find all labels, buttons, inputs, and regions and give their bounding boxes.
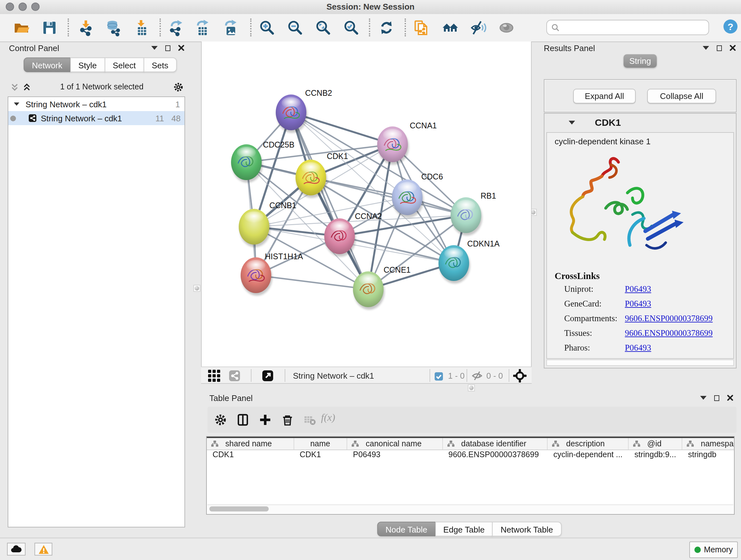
float-panel-icon[interactable] <box>165 45 171 51</box>
function-builder-icon[interactable]: f(x) <box>321 412 335 423</box>
hide-graphics-details-button[interactable] <box>470 19 487 37</box>
results-horizontal-scrollbar[interactable] <box>546 360 734 366</box>
search-input[interactable] <box>562 22 709 33</box>
tab-node-table[interactable]: Node Table <box>377 522 435 537</box>
tab-sets[interactable]: Sets <box>143 57 177 72</box>
crosslink-value-link[interactable]: 9606.ENSP00000378699 <box>625 328 713 338</box>
network-row-selected[interactable]: String Network – cdk1 11 48 <box>8 111 185 125</box>
refresh-layout-button[interactable] <box>378 19 395 37</box>
zoom-fit-button[interactable] <box>315 19 332 37</box>
collapse-panel-icon[interactable] <box>151 46 158 50</box>
collection-disclosure-icon[interactable] <box>14 103 19 106</box>
selected-checkbox-icon[interactable] <box>434 372 443 383</box>
expand-all-button[interactable]: Expand All <box>573 89 636 104</box>
show-columns-icon[interactable] <box>236 413 250 427</box>
close-window-icon[interactable] <box>6 3 14 11</box>
column-header-database-identifier[interactable]: database identifier <box>443 438 548 449</box>
network-graph[interactable]: CCNB2CCNA1CDC25BCDK1CDC6RB1CCNB1CCNA2CDK… <box>202 42 531 367</box>
left-splitter-handle[interactable] <box>193 285 200 292</box>
search-field[interactable] <box>546 20 709 35</box>
tab-style[interactable]: Style <box>70 57 105 72</box>
crosslink-value-link[interactable]: P06493 <box>625 299 651 309</box>
import-network-file-button[interactable] <box>77 19 94 37</box>
column-header-namespace[interactable]: namespace <box>682 438 735 449</box>
column-header-name[interactable]: name <box>294 438 347 449</box>
save-session-button[interactable] <box>41 19 58 37</box>
close-panel-icon[interactable] <box>727 395 733 401</box>
network-options-gear-icon[interactable] <box>173 81 184 92</box>
tab-network-table[interactable]: Network Table <box>492 522 561 537</box>
expand-all-icon[interactable] <box>23 83 30 91</box>
collapse-all-button[interactable]: Collapse All <box>647 89 716 104</box>
table-scrollbar-thumb[interactable] <box>209 506 269 511</box>
window-titlebar: Session: New Session <box>0 0 741 15</box>
zoom-out-button[interactable] <box>286 19 304 37</box>
delete-column-icon[interactable] <box>281 413 294 427</box>
network-canvas[interactable]: CCNB2CCNA1CDC25BCDK1CDC6RB1CCNB1CCNA2CDK… <box>201 42 532 367</box>
zoom-in-button[interactable] <box>259 19 276 37</box>
maximize-window-icon[interactable] <box>31 3 40 11</box>
tab-edge-table[interactable]: Edge Table <box>435 522 493 537</box>
protein-disclosure-icon[interactable] <box>569 121 575 125</box>
column-header-canonical-name[interactable]: canonical name <box>347 438 443 449</box>
network-edge-CCNA2-CDKN1A[interactable] <box>340 236 454 263</box>
export-network-button[interactable] <box>167 19 185 37</box>
bottom-splitter-handle[interactable] <box>468 384 475 391</box>
network-node-RB1[interactable] <box>451 197 482 236</box>
open-in-window-icon[interactable] <box>262 370 273 384</box>
crosslink-row: Compartments:9606.ENSP00000378699 <box>555 311 713 326</box>
network-node-CDKN1A[interactable] <box>439 245 470 284</box>
collapse-panel-icon[interactable] <box>700 396 706 400</box>
table-horizontal-scrollbar[interactable] <box>207 504 733 513</box>
memory-button[interactable]: Memory <box>689 542 738 558</box>
crosslink-value-link[interactable]: P06493 <box>625 284 651 294</box>
import-table-file-button[interactable] <box>133 19 150 37</box>
table-options-gear-icon[interactable] <box>214 413 227 427</box>
hidden-eye-icon[interactable] <box>472 371 482 383</box>
collapse-panel-icon[interactable] <box>703 46 709 50</box>
close-panel-icon[interactable] <box>178 45 185 51</box>
network-node-HIST1H1A[interactable] <box>241 257 272 296</box>
string-view-icon[interactable] <box>229 370 240 384</box>
collapse-all-icon[interactable] <box>11 83 18 91</box>
network-node-CDC6[interactable] <box>392 179 423 218</box>
network-node-CCNA1[interactable] <box>377 126 409 165</box>
show-all-networks-button[interactable] <box>442 19 459 37</box>
crosslink-value-link[interactable]: P06493 <box>625 343 651 353</box>
export-table-button[interactable] <box>194 19 211 37</box>
network-edge-CCNB2-CCNE1[interactable] <box>291 112 368 289</box>
network-node-CCNE1[interactable] <box>353 271 385 310</box>
close-panel-icon[interactable] <box>730 45 736 51</box>
float-panel-icon[interactable] <box>714 395 719 401</box>
column-header-@id[interactable]: @id <box>629 438 682 449</box>
protein-card-header[interactable]: CDK1 <box>544 114 736 132</box>
network-collection-row[interactable]: String Network – cdk1 1 <box>8 97 185 111</box>
minimize-window-icon[interactable] <box>18 3 27 11</box>
zoom-selected-button[interactable] <box>343 19 360 37</box>
tab-string[interactable]: String <box>623 54 657 68</box>
table-row[interactable]: CDK1CDK1P064939606.ENSP00000378699cyclin… <box>207 450 734 462</box>
float-panel-icon[interactable] <box>717 45 722 51</box>
column-header-description[interactable]: description <box>548 438 629 449</box>
network-node-CCNA2[interactable] <box>324 219 356 257</box>
network-node-CCNB1[interactable] <box>239 209 270 247</box>
crosslink-value-link[interactable]: 9606.ENSP00000378699 <box>625 313 713 323</box>
import-network-database-button[interactable] <box>105 19 122 37</box>
tab-select[interactable]: Select <box>105 57 144 72</box>
help-button[interactable]: ? <box>723 18 740 36</box>
birdseye-navigator-icon[interactable] <box>513 369 527 385</box>
network-edge-HIST1H1A-CCNE1[interactable] <box>256 275 368 289</box>
export-image-button[interactable] <box>222 19 239 37</box>
warnings-button[interactable] <box>35 543 52 556</box>
grid-view-icon[interactable] <box>208 370 220 384</box>
delete-table-icon[interactable] <box>303 413 317 427</box>
level-of-detail-button[interactable] <box>498 19 515 37</box>
tab-network[interactable]: Network <box>23 57 71 72</box>
network-node-CDK1[interactable] <box>295 160 327 198</box>
cloud-status-button[interactable] <box>7 543 25 556</box>
clone-network-button[interactable] <box>413 19 430 37</box>
open-session-button[interactable] <box>13 19 30 37</box>
create-column-icon[interactable] <box>259 413 272 427</box>
column-header-shared-name[interactable]: shared name <box>207 438 294 449</box>
network-node-CCNB2[interactable] <box>276 95 307 133</box>
